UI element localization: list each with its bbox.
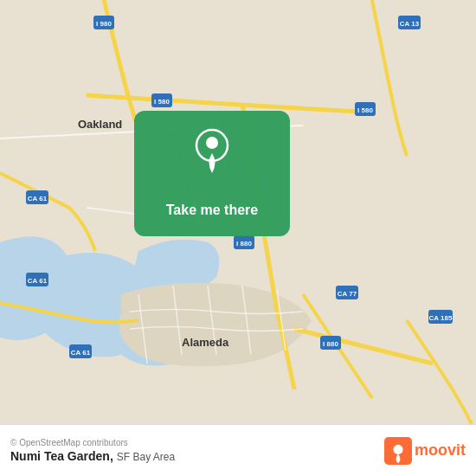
svg-text:CA 77: CA 77	[338, 290, 357, 298]
svg-point-30	[393, 444, 402, 453]
svg-text:CA 61: CA 61	[28, 277, 48, 285]
svg-text:I 980: I 980	[96, 20, 112, 28]
svg-text:CA 61: CA 61	[28, 195, 48, 203]
place-area: SF Bay Area	[117, 451, 175, 463]
svg-text:I 880: I 880	[236, 240, 252, 248]
moovit-logo-icon	[384, 437, 412, 465]
svg-text:I 580: I 580	[357, 106, 373, 114]
svg-text:Alameda: Alameda	[182, 336, 229, 349]
svg-text:Take me there: Take me there	[166, 203, 259, 217]
svg-text:I 580: I 580	[154, 98, 170, 106]
svg-text:CA 185: CA 185	[429, 314, 453, 322]
svg-text:Oakland: Oakland	[78, 118, 122, 131]
place-name: Numi Tea Garden,	[10, 449, 113, 463]
moovit-logo: moovit	[384, 437, 466, 465]
map-view: I 980 I 580 I 580 I 880 I 880 CA 61 CA 6…	[0, 0, 476, 424]
place-info: © OpenStreetMap contributors Numi Tea Ga…	[10, 438, 175, 463]
svg-point-27	[206, 137, 218, 149]
moovit-text: moovit	[415, 441, 466, 460]
svg-text:I 880: I 880	[323, 340, 338, 348]
bottom-bar: © OpenStreetMap contributors Numi Tea Ga…	[0, 424, 476, 476]
svg-text:CA 61: CA 61	[71, 349, 91, 357]
osm-attribution: © OpenStreetMap contributors	[10, 438, 175, 447]
svg-text:CA 13: CA 13	[400, 20, 420, 28]
